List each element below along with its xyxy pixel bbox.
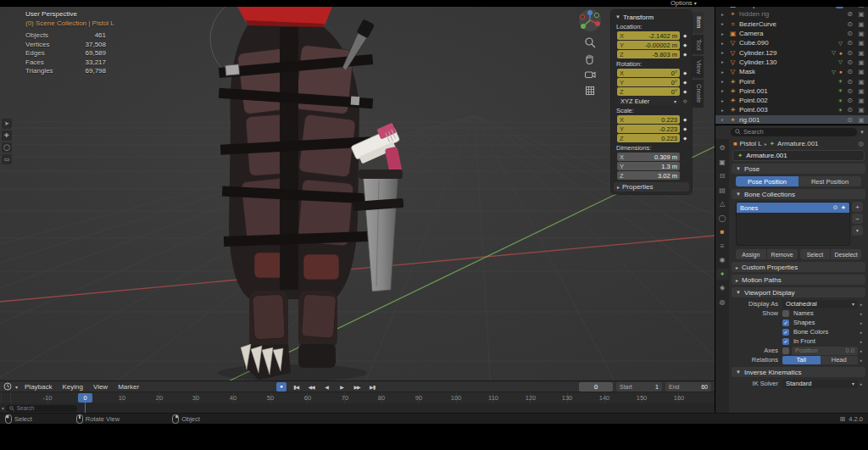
- outliner-row[interactable]: ▸ ✦ hidden rig ⊘ ▣: [715, 9, 868, 19]
- render-visibility-icon[interactable]: ▣: [857, 39, 865, 47]
- modifier-tab-icon[interactable]: ≡: [716, 241, 728, 252]
- expand-arrow-icon[interactable]: ▸: [721, 88, 726, 93]
- previous-keyframe-button[interactable]: ◀◀: [305, 382, 317, 392]
- pin-icon[interactable]: ◎: [858, 140, 864, 147]
- tool-tab-icon[interactable]: ⚙: [716, 142, 728, 153]
- viewport-display-section-header[interactable]: ▼ Viewport Display: [732, 287, 865, 297]
- render-tab-icon[interactable]: ▣: [716, 157, 728, 168]
- assign-button[interactable]: Assign: [736, 249, 767, 259]
- datablock-name-field[interactable]: ✦ Armature.001: [732, 150, 865, 161]
- bone-collection-row[interactable]: Bones ⊙ ★: [737, 203, 849, 213]
- jump-to-start-button[interactable]: ▮◀: [290, 382, 302, 392]
- playhead-line[interactable]: [85, 403, 86, 413]
- move-tool-icon[interactable]: ✚: [2, 131, 12, 141]
- outliner-row[interactable]: ▸ ▽ Cylinder.130 ▽ ⊙ ▣: [715, 58, 868, 67]
- render-visibility-icon[interactable]: ▣: [857, 116, 865, 124]
- outliner-row[interactable]: ▸ ☀ Point.002 ☀ ⊙ ▣: [715, 96, 868, 105]
- outliner-row[interactable]: ▸ ≈ BezierCurve ⊙ ▣: [715, 19, 868, 29]
- hide-eye-icon[interactable]: ⊙: [846, 39, 854, 47]
- remove-button[interactable]: Remove: [767, 249, 798, 259]
- viewport-nav-cluster[interactable]: [577, 8, 603, 97]
- add-collection-button[interactable]: +: [852, 202, 863, 212]
- orientation-gizmo[interactable]: [578, 8, 602, 32]
- outliner-row[interactable]: ▸ ✦ rig.001 ⊙ ▣: [715, 115, 868, 125]
- ik-solver-dropdown[interactable]: Standard▾: [782, 380, 858, 388]
- display-as-dropdown[interactable]: Octahedral▾: [782, 300, 858, 308]
- expand-arrow-icon[interactable]: ▸: [721, 31, 726, 36]
- camera-view-icon[interactable]: [584, 69, 596, 81]
- outliner-row[interactable]: ▸ ▣ Camera ⊙ ▣: [715, 29, 868, 38]
- keyframe-decorator-icon[interactable]: ◆: [682, 136, 688, 141]
- auto-keying-button[interactable]: ●: [276, 382, 287, 392]
- physics-tab-icon[interactable]: ◉: [716, 254, 728, 265]
- render-visibility-icon[interactable]: ▣: [857, 68, 865, 75]
- render-visibility-icon[interactable]: ▣: [857, 97, 865, 104]
- axes-checkbox[interactable]: [782, 347, 789, 354]
- hide-eye-icon[interactable]: ⊙: [846, 106, 854, 114]
- deselect-button[interactable]: Deselect: [831, 249, 861, 259]
- properties-search-input[interactable]: Search: [731, 128, 857, 136]
- relations-tail-button[interactable]: Tail: [782, 356, 821, 364]
- start-frame-field[interactable]: Start1: [616, 382, 662, 392]
- in-front-checkbox[interactable]: ✓: [782, 338, 789, 345]
- chevron-down-icon[interactable]: ▾: [15, 384, 18, 390]
- zoom-icon[interactable]: [584, 36, 596, 48]
- chevron-down-icon[interactable]: ▾: [2, 406, 4, 411]
- names-checkbox[interactable]: [782, 310, 789, 317]
- expand-arrow-icon[interactable]: ▸: [721, 59, 726, 64]
- material-tab-icon[interactable]: ◍: [716, 297, 728, 308]
- end-frame-field[interactable]: End60: [665, 382, 711, 392]
- object-data-tab-icon[interactable]: ✦: [716, 269, 728, 280]
- animate-decorator-icon[interactable]: ●: [858, 320, 864, 325]
- options-button[interactable]: Options ▾: [670, 0, 697, 7]
- scene-tab-icon[interactable]: △: [716, 198, 728, 209]
- expand-arrow-icon[interactable]: ▸: [721, 21, 726, 26]
- render-visibility-icon[interactable]: ▣: [857, 106, 865, 114]
- play-reverse-button[interactable]: ◀: [320, 382, 332, 392]
- hide-eye-icon[interactable]: ⊘: [846, 10, 854, 18]
- motion-paths-section-header[interactable]: ▸ Motion Paths: [732, 275, 865, 285]
- bone-collections-list[interactable]: Bones ⊙ ★: [736, 202, 850, 246]
- collapsed-toolbar[interactable]: ➤ ✚ ◯ ▭: [2, 119, 12, 164]
- animate-decorator-icon[interactable]: ●: [858, 311, 864, 316]
- outliner-row[interactable]: ▸ ☀ Point ☀ ⊙ ▣: [715, 76, 868, 86]
- expand-arrow-icon[interactable]: ▸: [721, 108, 726, 113]
- scale-tool-icon[interactable]: ▭: [2, 154, 12, 164]
- solo-star-icon[interactable]: ★: [841, 204, 846, 211]
- location-y-field[interactable]: Y-0.00002 m: [617, 41, 680, 49]
- rest-position-button[interactable]: Rest Position: [798, 176, 861, 186]
- breadcrumb-data[interactable]: Armature.001: [777, 140, 818, 147]
- tab-tool[interactable]: Tool: [693, 35, 704, 55]
- location-x-field[interactable]: X-2.1402 m: [617, 31, 680, 40]
- inverse-kinematics-section-header[interactable]: ▼ Inverse Kinematics: [732, 367, 865, 377]
- rotation-x-field[interactable]: X0°: [617, 69, 680, 77]
- keyframe-decorator-icon[interactable]: ◆: [682, 80, 688, 85]
- expand-arrow-icon[interactable]: ▸: [721, 41, 726, 46]
- render-visibility-icon[interactable]: ▣: [857, 20, 865, 28]
- select-button[interactable]: Select: [800, 249, 832, 259]
- relations-head-button[interactable]: Head: [821, 356, 859, 364]
- render-visibility-icon[interactable]: ▣: [857, 10, 865, 18]
- render-visibility-icon[interactable]: ▣: [857, 58, 865, 66]
- outliner-row[interactable]: ▸ ☀ Point.003 ☀ ⊙ ▣: [715, 105, 868, 114]
- dimensions-x-field[interactable]: X0.309 m: [617, 153, 680, 161]
- expand-arrow-icon[interactable]: ▸: [721, 98, 726, 103]
- output-tab-icon[interactable]: ⊟: [716, 170, 728, 181]
- bone-collections-section-header[interactable]: ▼ Bone Collections: [732, 189, 865, 199]
- bone-tab-icon[interactable]: ◈: [716, 282, 728, 293]
- timeline-ruler[interactable]: -10 10 20 30 40 50 60 70 80 90 100 110 1…: [0, 392, 715, 403]
- cursor-tool-icon[interactable]: ➤: [2, 119, 12, 129]
- hide-eye-icon[interactable]: ⊙: [846, 30, 854, 37]
- transform-panel-header[interactable]: ▼ Transform: [613, 12, 690, 22]
- animate-decorator-icon[interactable]: ●: [858, 330, 864, 335]
- hide-eye-icon[interactable]: ⊙: [846, 97, 854, 104]
- rotation-mode-dropdown[interactable]: XYZ Euler▾: [617, 97, 680, 105]
- rotation-z-field[interactable]: Z0°: [617, 87, 680, 96]
- marker-menu[interactable]: Marker: [114, 383, 142, 391]
- properties-panel-header[interactable]: ▸ Properties: [614, 182, 689, 192]
- hide-eye-icon[interactable]: ⊙: [846, 116, 854, 124]
- object-tab-icon[interactable]: ■: [716, 226, 728, 237]
- expand-arrow-icon[interactable]: ▸: [721, 69, 726, 75]
- outliner-row[interactable]: ▸ ▽ Mask ▽ ● ⊙ ▣: [715, 67, 868, 76]
- keying-menu[interactable]: Keying: [58, 383, 86, 391]
